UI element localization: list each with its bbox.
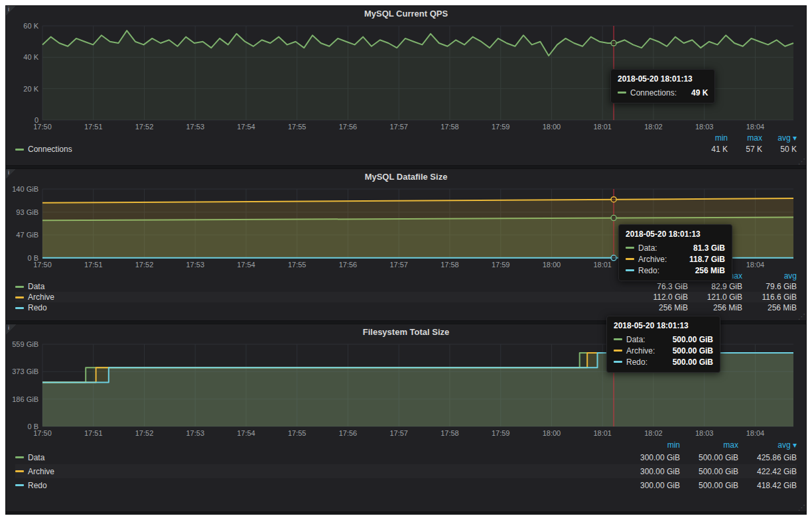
panel-info-icon[interactable]: i bbox=[6, 6, 16, 16]
x-axis-tick-label: 17:56 bbox=[339, 123, 358, 131]
x-axis-tick-label: 17:58 bbox=[440, 429, 459, 437]
x-axis-tick-label: 17:56 bbox=[339, 261, 358, 269]
legend-stat-value: 82.9 GiB bbox=[688, 282, 742, 291]
x-axis-tick-label: 18:02 bbox=[644, 429, 663, 437]
panel-resize-handle-icon[interactable]: ⋰ bbox=[798, 313, 805, 320]
legend-series-redo[interactable]: Redo bbox=[15, 481, 622, 490]
x-axis-tick-label: 17:54 bbox=[237, 123, 255, 131]
legend-stat-value: 57 K bbox=[728, 145, 762, 154]
legend-series-data[interactable]: Data bbox=[15, 282, 634, 291]
x-axis-tick-label: 18:00 bbox=[543, 429, 561, 437]
tooltip-timestamp: 2018-05-20 18:01:13 bbox=[614, 321, 713, 330]
tooltip-series-value: 500.00 GiB bbox=[662, 335, 713, 344]
series-color-dash-icon bbox=[614, 350, 622, 352]
x-axis-tick-label: 18:03 bbox=[695, 123, 714, 131]
legend-row: Archive112.0 GiB121.0 GiB116.6 GiB bbox=[15, 292, 797, 302]
legend-series-label: Data bbox=[28, 282, 44, 291]
panel-info-icon[interactable]: i bbox=[6, 169, 16, 179]
graph-tooltip: 2018-05-20 18:01:13Data:81.3 GiBArchive:… bbox=[618, 224, 732, 281]
series-color-dash-icon bbox=[626, 258, 634, 260]
legend-series-archive[interactable]: Archive bbox=[15, 467, 622, 476]
legend-stat-value: 41 K bbox=[693, 145, 728, 154]
x-axis-tick-label: 17:55 bbox=[288, 261, 306, 269]
x-axis-tick-label: 18:04 bbox=[746, 123, 765, 131]
legend-series-archive[interactable]: Archive bbox=[15, 292, 634, 302]
legend-header-avg[interactable]: avg bbox=[742, 271, 797, 281]
legend-stat-value: 500.00 GiB bbox=[680, 467, 738, 476]
tooltip-row: Connections:49 K bbox=[618, 87, 708, 98]
legend-header-avg[interactable]: avg ▾ bbox=[738, 440, 797, 450]
legend-row: Redo300.00 GiB500.00 GiB418.42 GiB bbox=[15, 478, 797, 492]
grafana-dashboard: i MySQL Current QPS 17:5017:5117:5217:53… bbox=[5, 5, 807, 515]
legend-stat-value: 256 MiB bbox=[634, 303, 688, 312]
tooltip-series-label: Data: bbox=[626, 335, 645, 344]
series-color-dash-icon bbox=[626, 269, 634, 271]
legend-series-connections[interactable]: Connections bbox=[15, 145, 693, 154]
x-axis-tick-label: 18:04 bbox=[746, 429, 765, 437]
x-axis-tick-label: 17:58 bbox=[440, 123, 459, 131]
x-axis-tick-label: 18:03 bbox=[695, 429, 714, 437]
x-axis-tick-label: 17:59 bbox=[492, 261, 510, 269]
x-axis-tick-label: 17:53 bbox=[186, 123, 204, 131]
panel-resize-handle-icon[interactable]: ⋰ bbox=[798, 504, 805, 511]
legend-stat-value: 500.00 GiB bbox=[680, 481, 738, 490]
legend-header-row: minmaxavg ▾ bbox=[15, 133, 797, 143]
legend-stat-value: 121.0 GiB bbox=[688, 292, 742, 302]
panel-resize-handle-icon[interactable]: ⋰ bbox=[798, 158, 805, 165]
tooltip-series-label: Archive: bbox=[626, 346, 655, 356]
legend-header-min[interactable]: min bbox=[693, 133, 728, 143]
legend-header-max[interactable]: max bbox=[680, 440, 738, 450]
panel-info-icon[interactable]: i bbox=[6, 324, 16, 334]
x-axis-tick-label: 17:57 bbox=[389, 429, 408, 437]
legend-stat-value: 50 K bbox=[762, 145, 797, 154]
series-color-dash-icon bbox=[626, 247, 634, 249]
legend-series-label: Data bbox=[28, 453, 44, 462]
graph-tooltip: 2018-05-20 18:01:13Connections:49 K bbox=[610, 69, 715, 103]
series-color-dash-icon bbox=[15, 456, 24, 458]
tooltip-series-value: 49 K bbox=[681, 88, 708, 98]
y-axis-tick-label: 186 GiB bbox=[12, 395, 38, 403]
legend-series-label: Archive bbox=[28, 467, 54, 476]
series-color-dash-icon bbox=[15, 307, 24, 309]
legend-stat-value: 116.6 GiB bbox=[742, 292, 797, 302]
legend-header-min[interactable]: min bbox=[622, 440, 680, 450]
tooltip-series-label: Data: bbox=[638, 243, 657, 253]
legend-series-redo[interactable]: Redo bbox=[15, 303, 634, 312]
legend-row: Connections41 K57 K50 K bbox=[15, 143, 797, 155]
x-axis-tick-label: 17:51 bbox=[84, 429, 103, 437]
legend-series-label: Archive bbox=[28, 292, 54, 302]
legend-row: Data300.00 GiB500.00 GiB425.86 GiB bbox=[15, 450, 797, 464]
tooltip-series-value: 81.3 GiB bbox=[683, 243, 725, 253]
x-axis-tick-label: 17:53 bbox=[186, 429, 204, 437]
hover-marker-connections bbox=[611, 40, 616, 46]
series-color-dash-icon bbox=[15, 296, 24, 298]
x-axis-tick-label: 17:59 bbox=[492, 429, 510, 437]
tooltip-row: Data:500.00 GiB bbox=[614, 334, 713, 345]
tooltip-series-label: Redo: bbox=[638, 266, 659, 275]
x-axis-tick-label: 17:51 bbox=[84, 123, 103, 131]
y-axis-tick-label: 47 GiB bbox=[16, 231, 38, 239]
tooltip-series-label: Archive: bbox=[638, 255, 667, 264]
legend: minmaxavg ▾Data300.00 GiB500.00 GiB425.8… bbox=[6, 438, 806, 492]
panel-header[interactable]: MySQL Current QPS bbox=[6, 6, 806, 21]
legend-header-avg[interactable]: avg ▾ bbox=[762, 133, 797, 143]
legend-stat-value: 300.00 GiB bbox=[622, 481, 680, 490]
legend-row: Redo256 MiB256 MiB256 MiB bbox=[15, 302, 797, 313]
tooltip-series-value: 118.7 GiB bbox=[679, 255, 725, 264]
tooltip-series-label: Redo: bbox=[626, 358, 647, 367]
panel-header[interactable]: MySQL Datafile Size bbox=[6, 169, 806, 184]
x-axis-tick-label: 17:56 bbox=[339, 429, 358, 437]
tooltip-timestamp: 2018-05-20 18:01:13 bbox=[626, 229, 725, 239]
x-axis-tick-label: 17:52 bbox=[135, 261, 154, 269]
legend-series-data[interactable]: Data bbox=[15, 453, 622, 462]
legend-series-label: Redo bbox=[28, 303, 47, 312]
y-axis-tick-label: 40 K bbox=[23, 53, 38, 61]
x-axis-tick-label: 18:00 bbox=[543, 261, 561, 269]
legend-header-max[interactable]: max bbox=[728, 133, 762, 143]
legend-stat-value: 425.86 GiB bbox=[738, 453, 797, 462]
legend-header-row: minmaxavg ▾ bbox=[15, 439, 797, 450]
legend-stat-value: 500.00 GiB bbox=[680, 453, 738, 462]
tooltip-row: Archive:118.7 GiB bbox=[626, 253, 725, 265]
legend-stat-value: 79.6 GiB bbox=[742, 282, 797, 291]
series-color-dash-icon bbox=[15, 470, 24, 472]
